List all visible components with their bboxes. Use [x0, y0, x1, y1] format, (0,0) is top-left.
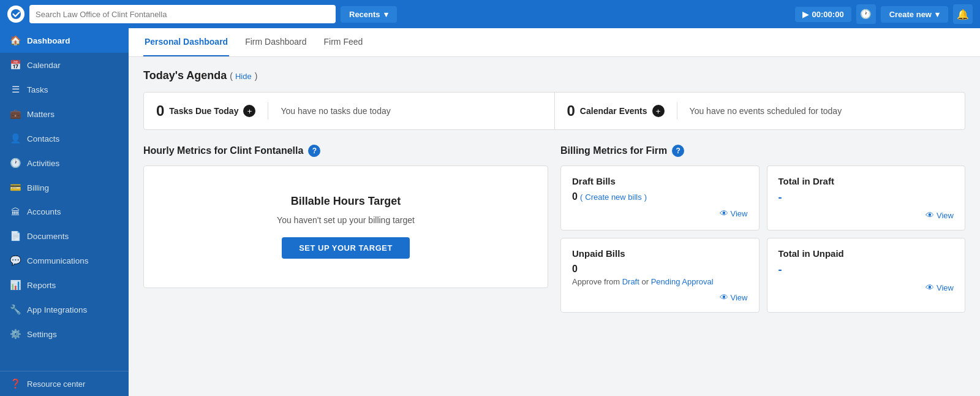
play-icon: ▶ — [802, 10, 809, 19]
resource-icon: ❓ — [10, 378, 21, 389]
tasks-agenda-cell: 0 Tasks Due Today + You have no tasks du… — [144, 93, 554, 129]
tasks-label: Tasks Due Today — [169, 106, 238, 116]
billing-icon: 💳 — [10, 182, 21, 193]
billable-hours-card: Billable Hours Target You haven't set up… — [143, 166, 548, 288]
sidebar-item-activities[interactable]: 🕐 Activities — [0, 151, 129, 175]
unpaid-bills-view-link[interactable]: 👁 View — [572, 292, 748, 302]
sidebar-item-settings[interactable]: ⚙️ Settings — [0, 322, 129, 346]
events-agenda-cell: 0 Calendar Events + You have no events s… — [554, 93, 965, 129]
draft-link[interactable]: Draft — [622, 277, 639, 286]
total-draft-value: - — [778, 191, 954, 204]
sidebar-item-calendar[interactable]: 📅 Calendar — [0, 53, 129, 77]
total-draft-view-link[interactable]: 👁 View — [778, 210, 954, 220]
sidebar-label-tasks: Tasks — [27, 85, 48, 94]
unpaid-bills-card: Unpaid Bills 0 Approve from Draft or — [560, 238, 760, 313]
add-task-button[interactable]: + — [243, 105, 255, 117]
sidebar-item-billing[interactable]: 💳 Billing — [0, 175, 129, 200]
sidebar: 🏠 Dashboard 📅 Calendar ☰ Tasks 💼 Matters… — [0, 28, 129, 396]
tab-firm-dashboard[interactable]: Firm Dashboard — [244, 28, 307, 56]
setup-target-button[interactable]: SET UP YOUR TARGET — [282, 237, 410, 259]
tasks-count: 0 — [156, 102, 164, 120]
calendar-icon: 📅 — [10, 59, 21, 70]
paren-close: ) — [644, 192, 647, 202]
sidebar-item-app-integrations[interactable]: 🔧 App Integrations — [0, 297, 129, 322]
activities-icon: 🕐 — [10, 158, 21, 169]
add-event-button[interactable]: + — [652, 105, 665, 117]
hide-link[interactable]: Hide — [235, 72, 252, 81]
timer-display: 00:00:00 — [812, 10, 844, 19]
chevron-down-icon: ▾ — [384, 10, 388, 19]
documents-icon: 📄 — [10, 230, 21, 242]
sidebar-label-integrations: App Integrations — [27, 305, 87, 314]
events-empty-message: You have no events scheduled for today — [690, 106, 842, 116]
recents-label: Recents — [349, 10, 380, 19]
billing-metrics-info-icon[interactable]: ? — [672, 145, 684, 157]
sidebar-label-activities: Activities — [27, 159, 59, 168]
billing-metrics-section: Billing Metrics for Firm ? Draft Bills 0… — [560, 145, 965, 313]
reports-icon: 📊 — [10, 280, 21, 291]
bell-icon: 🔔 — [957, 9, 969, 20]
tab-personal-dashboard[interactable]: Personal Dashboard — [143, 28, 229, 56]
create-new-bills-link[interactable]: ( — [580, 192, 582, 202]
sidebar-item-matters[interactable]: 💼 Matters — [0, 102, 129, 126]
total-unpaid-title: Total in Unpaid — [778, 248, 954, 259]
settings-icon: ⚙️ — [10, 329, 21, 340]
communications-icon: 💬 — [10, 255, 21, 266]
sidebar-item-documents[interactable]: 📄 Documents — [0, 224, 129, 248]
total-unpaid-value: - — [778, 264, 954, 276]
sidebar-item-accounts[interactable]: 🏛 Accounts — [0, 200, 129, 224]
home-icon: 🏠 — [10, 35, 21, 46]
clock-icon-button[interactable]: 🕐 — [856, 4, 876, 24]
billing-metrics-title: Billing Metrics for Firm ? — [560, 145, 965, 157]
sidebar-label-billing: Billing — [27, 183, 49, 192]
hourly-metrics-section: Hourly Metrics for Clint Fontanella ? Bi… — [143, 145, 548, 313]
main-content: Personal Dashboard Firm Dashboard Firm F… — [129, 28, 980, 396]
sidebar-item-contacts[interactable]: 👤 Contacts — [0, 126, 129, 151]
agenda-row: 0 Tasks Due Today + You have no tasks du… — [143, 92, 965, 130]
contacts-icon: 👤 — [10, 133, 21, 144]
app-body: 🏠 Dashboard 📅 Calendar ☰ Tasks 💼 Matters… — [0, 28, 980, 396]
sidebar-item-resource-center[interactable]: ❓ Resource center — [0, 371, 129, 396]
total-unpaid-card: Total in Unpaid - 👁 View — [767, 238, 966, 313]
sidebar-label-communications: Communications — [27, 256, 89, 265]
draft-bills-view-link[interactable]: 👁 View — [572, 208, 748, 218]
pending-approval-link[interactable]: Pending Approval — [651, 277, 714, 286]
tasks-count-group: 0 Tasks Due Today + — [156, 102, 268, 120]
integrations-icon: 🔧 — [10, 304, 21, 315]
create-new-label: Create new — [889, 10, 932, 19]
create-new-bills-link-text[interactable]: Create new bills — [585, 192, 642, 202]
sidebar-bottom: ❓ Resource center — [0, 371, 129, 396]
billable-card-subtitle: You haven't set up your billing target — [277, 215, 415, 225]
unpaid-bills-title: Unpaid Bills — [572, 248, 748, 259]
timer-button[interactable]: ▶ 00:00:00 — [795, 7, 851, 22]
billable-card-title: Billable Hours Target — [291, 195, 401, 208]
search-input[interactable] — [29, 5, 336, 23]
sidebar-label-dashboard: Dashboard — [27, 36, 70, 45]
draft-bills-count: 0 (Create new bills) — [572, 191, 748, 202]
app-logo[interactable] — [7, 6, 24, 23]
sidebar-item-communications[interactable]: 💬 Communications — [0, 248, 129, 273]
draft-bills-title: Draft Bills — [572, 176, 748, 186]
create-new-button[interactable]: Create new ▾ — [881, 6, 948, 23]
sidebar-label-contacts: Contacts — [27, 134, 59, 143]
recents-button[interactable]: Recents ▾ — [341, 6, 397, 23]
sidebar-item-tasks[interactable]: ☰ Tasks — [0, 77, 129, 102]
unpaid-approve-text: Approve from Draft or Pending Approval — [572, 277, 748, 286]
sidebar-item-dashboard[interactable]: 🏠 Dashboard — [0, 28, 129, 53]
eye-icon: 👁 — [925, 210, 934, 220]
total-unpaid-view-link[interactable]: 👁 View — [778, 283, 954, 292]
chevron-down-icon: ▾ — [935, 10, 940, 19]
billing-grid: Draft Bills 0 (Create new bills) 👁 View — [560, 166, 965, 313]
sidebar-label-reports: Reports — [27, 281, 56, 290]
hourly-metrics-title: Hourly Metrics for Clint Fontanella ? — [143, 145, 548, 157]
notifications-button[interactable]: 🔔 — [953, 4, 973, 24]
hourly-metrics-info-icon[interactable]: ? — [308, 145, 320, 157]
sidebar-label-resource: Resource center — [27, 379, 85, 389]
sidebar-item-reports[interactable]: 📊 Reports — [0, 273, 129, 297]
agenda-section: Today's Agenda ( Hide ) 0 Tasks Due Toda… — [143, 69, 965, 130]
svg-point-0 — [11, 9, 21, 19]
events-count-group: 0 Calendar Events + — [567, 102, 677, 120]
page-content: Today's Agenda ( Hide ) 0 Tasks Due Toda… — [129, 57, 980, 325]
sidebar-label-settings: Settings — [27, 330, 57, 339]
tab-firm-feed[interactable]: Firm Feed — [323, 28, 364, 56]
